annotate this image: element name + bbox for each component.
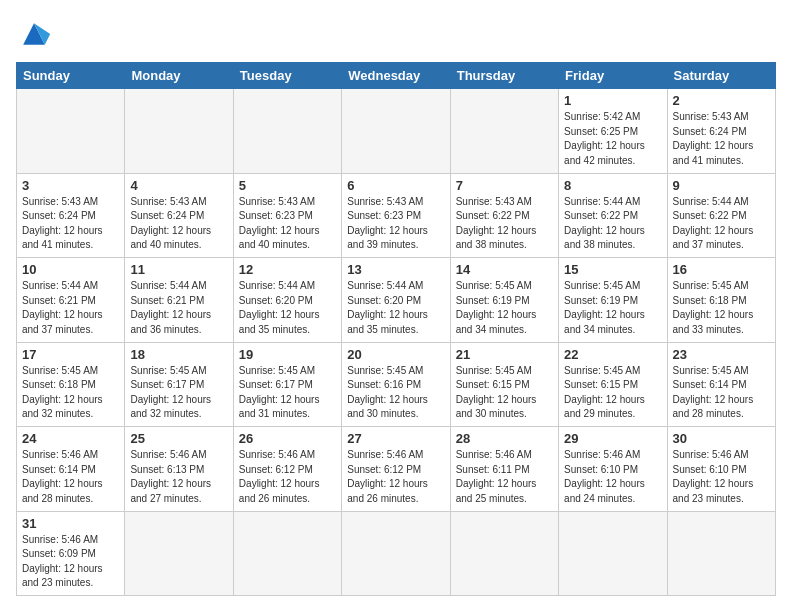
day-info: Sunrise: 5:46 AM Sunset: 6:11 PM Dayligh…: [456, 448, 553, 506]
day-info: Sunrise: 5:45 AM Sunset: 6:19 PM Dayligh…: [456, 279, 553, 337]
day-info: Sunrise: 5:43 AM Sunset: 6:24 PM Dayligh…: [130, 195, 227, 253]
day-number: 31: [22, 516, 119, 531]
generalblue-logo-icon: [16, 16, 52, 52]
header-wednesday: Wednesday: [342, 63, 450, 89]
day-number: 23: [673, 347, 770, 362]
header-sunday: Sunday: [17, 63, 125, 89]
day-number: 11: [130, 262, 227, 277]
day-info: Sunrise: 5:45 AM Sunset: 6:18 PM Dayligh…: [673, 279, 770, 337]
calendar-week-row: 10Sunrise: 5:44 AM Sunset: 6:21 PM Dayli…: [17, 258, 776, 343]
day-info: Sunrise: 5:43 AM Sunset: 6:23 PM Dayligh…: [347, 195, 444, 253]
day-number: 14: [456, 262, 553, 277]
calendar-cell: [233, 89, 341, 174]
day-info: Sunrise: 5:44 AM Sunset: 6:22 PM Dayligh…: [564, 195, 661, 253]
day-number: 22: [564, 347, 661, 362]
calendar-cell: [125, 89, 233, 174]
calendar-cell: 5Sunrise: 5:43 AM Sunset: 6:23 PM Daylig…: [233, 173, 341, 258]
day-number: 12: [239, 262, 336, 277]
calendar-cell: 29Sunrise: 5:46 AM Sunset: 6:10 PM Dayli…: [559, 427, 667, 512]
day-number: 19: [239, 347, 336, 362]
header-saturday: Saturday: [667, 63, 775, 89]
day-info: Sunrise: 5:46 AM Sunset: 6:13 PM Dayligh…: [130, 448, 227, 506]
calendar-cell: [233, 511, 341, 596]
calendar-cell: 8Sunrise: 5:44 AM Sunset: 6:22 PM Daylig…: [559, 173, 667, 258]
calendar-cell: 31Sunrise: 5:46 AM Sunset: 6:09 PM Dayli…: [17, 511, 125, 596]
day-number: 27: [347, 431, 444, 446]
day-number: 21: [456, 347, 553, 362]
day-info: Sunrise: 5:44 AM Sunset: 6:21 PM Dayligh…: [22, 279, 119, 337]
day-info: Sunrise: 5:42 AM Sunset: 6:25 PM Dayligh…: [564, 110, 661, 168]
calendar-cell: [667, 511, 775, 596]
calendar-cell: [342, 511, 450, 596]
day-info: Sunrise: 5:46 AM Sunset: 6:12 PM Dayligh…: [239, 448, 336, 506]
calendar-cell: 10Sunrise: 5:44 AM Sunset: 6:21 PM Dayli…: [17, 258, 125, 343]
day-info: Sunrise: 5:44 AM Sunset: 6:20 PM Dayligh…: [239, 279, 336, 337]
header: [16, 16, 776, 52]
calendar-cell: 24Sunrise: 5:46 AM Sunset: 6:14 PM Dayli…: [17, 427, 125, 512]
calendar-cell: [342, 89, 450, 174]
calendar-cell: 4Sunrise: 5:43 AM Sunset: 6:24 PM Daylig…: [125, 173, 233, 258]
header-friday: Friday: [559, 63, 667, 89]
day-number: 17: [22, 347, 119, 362]
calendar-cell: [125, 511, 233, 596]
calendar-cell: 7Sunrise: 5:43 AM Sunset: 6:22 PM Daylig…: [450, 173, 558, 258]
calendar-cell: 2Sunrise: 5:43 AM Sunset: 6:24 PM Daylig…: [667, 89, 775, 174]
day-number: 26: [239, 431, 336, 446]
calendar-cell: 9Sunrise: 5:44 AM Sunset: 6:22 PM Daylig…: [667, 173, 775, 258]
calendar-cell: 12Sunrise: 5:44 AM Sunset: 6:20 PM Dayli…: [233, 258, 341, 343]
calendar-cell: 22Sunrise: 5:45 AM Sunset: 6:15 PM Dayli…: [559, 342, 667, 427]
day-number: 2: [673, 93, 770, 108]
calendar-cell: 16Sunrise: 5:45 AM Sunset: 6:18 PM Dayli…: [667, 258, 775, 343]
calendar-cell: [559, 511, 667, 596]
day-number: 29: [564, 431, 661, 446]
calendar-cell: 25Sunrise: 5:46 AM Sunset: 6:13 PM Dayli…: [125, 427, 233, 512]
day-info: Sunrise: 5:44 AM Sunset: 6:20 PM Dayligh…: [347, 279, 444, 337]
day-info: Sunrise: 5:46 AM Sunset: 6:14 PM Dayligh…: [22, 448, 119, 506]
calendar-cell: 20Sunrise: 5:45 AM Sunset: 6:16 PM Dayli…: [342, 342, 450, 427]
day-info: Sunrise: 5:43 AM Sunset: 6:24 PM Dayligh…: [673, 110, 770, 168]
calendar-cell: 18Sunrise: 5:45 AM Sunset: 6:17 PM Dayli…: [125, 342, 233, 427]
header-tuesday: Tuesday: [233, 63, 341, 89]
calendar-cell: [450, 89, 558, 174]
day-number: 9: [673, 178, 770, 193]
day-number: 3: [22, 178, 119, 193]
day-info: Sunrise: 5:45 AM Sunset: 6:14 PM Dayligh…: [673, 364, 770, 422]
day-number: 20: [347, 347, 444, 362]
calendar-cell: 23Sunrise: 5:45 AM Sunset: 6:14 PM Dayli…: [667, 342, 775, 427]
calendar-cell: [17, 89, 125, 174]
calendar-cell: 11Sunrise: 5:44 AM Sunset: 6:21 PM Dayli…: [125, 258, 233, 343]
day-info: Sunrise: 5:46 AM Sunset: 6:10 PM Dayligh…: [564, 448, 661, 506]
day-number: 25: [130, 431, 227, 446]
calendar-cell: 26Sunrise: 5:46 AM Sunset: 6:12 PM Dayli…: [233, 427, 341, 512]
calendar-cell: 19Sunrise: 5:45 AM Sunset: 6:17 PM Dayli…: [233, 342, 341, 427]
day-info: Sunrise: 5:45 AM Sunset: 6:16 PM Dayligh…: [347, 364, 444, 422]
day-number: 8: [564, 178, 661, 193]
page: Sunday Monday Tuesday Wednesday Thursday…: [0, 0, 792, 612]
calendar-cell: 30Sunrise: 5:46 AM Sunset: 6:10 PM Dayli…: [667, 427, 775, 512]
calendar-cell: 6Sunrise: 5:43 AM Sunset: 6:23 PM Daylig…: [342, 173, 450, 258]
calendar-header-row: Sunday Monday Tuesday Wednesday Thursday…: [17, 63, 776, 89]
day-info: Sunrise: 5:45 AM Sunset: 6:15 PM Dayligh…: [456, 364, 553, 422]
day-info: Sunrise: 5:44 AM Sunset: 6:21 PM Dayligh…: [130, 279, 227, 337]
header-thursday: Thursday: [450, 63, 558, 89]
day-info: Sunrise: 5:46 AM Sunset: 6:12 PM Dayligh…: [347, 448, 444, 506]
day-info: Sunrise: 5:45 AM Sunset: 6:19 PM Dayligh…: [564, 279, 661, 337]
day-number: 16: [673, 262, 770, 277]
day-info: Sunrise: 5:46 AM Sunset: 6:09 PM Dayligh…: [22, 533, 119, 591]
calendar-cell: [450, 511, 558, 596]
calendar-week-row: 17Sunrise: 5:45 AM Sunset: 6:18 PM Dayli…: [17, 342, 776, 427]
day-info: Sunrise: 5:45 AM Sunset: 6:18 PM Dayligh…: [22, 364, 119, 422]
calendar-cell: 13Sunrise: 5:44 AM Sunset: 6:20 PM Dayli…: [342, 258, 450, 343]
day-info: Sunrise: 5:43 AM Sunset: 6:22 PM Dayligh…: [456, 195, 553, 253]
day-number: 30: [673, 431, 770, 446]
day-number: 10: [22, 262, 119, 277]
calendar-cell: 17Sunrise: 5:45 AM Sunset: 6:18 PM Dayli…: [17, 342, 125, 427]
day-number: 5: [239, 178, 336, 193]
calendar-cell: 3Sunrise: 5:43 AM Sunset: 6:24 PM Daylig…: [17, 173, 125, 258]
day-info: Sunrise: 5:46 AM Sunset: 6:10 PM Dayligh…: [673, 448, 770, 506]
calendar-cell: 28Sunrise: 5:46 AM Sunset: 6:11 PM Dayli…: [450, 427, 558, 512]
calendar-table: Sunday Monday Tuesday Wednesday Thursday…: [16, 62, 776, 596]
day-number: 7: [456, 178, 553, 193]
calendar-cell: 1Sunrise: 5:42 AM Sunset: 6:25 PM Daylig…: [559, 89, 667, 174]
day-number: 28: [456, 431, 553, 446]
